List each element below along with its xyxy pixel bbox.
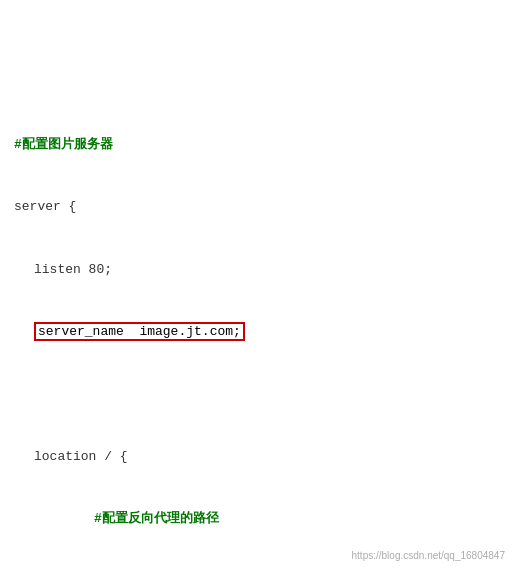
comment-reverse-proxy: #配置反向代理的路径 — [94, 509, 499, 530]
comment-image-server: #配置图片服务器 — [14, 135, 499, 156]
line-server-name-1: server_name image.jt.com; — [34, 322, 499, 343]
server-name-highlight-1: server_name image.jt.com; — [34, 322, 245, 341]
image-server-section: #配置图片服务器 server { listen 80; server_name… — [14, 93, 499, 569]
line-server-open-1: server { — [14, 197, 499, 218]
watermark: https://blog.csdn.net/qq_16804847 — [352, 550, 505, 561]
blank-1 — [14, 384, 499, 405]
code-display: #配置图片服务器 server { listen 80; server_name… — [14, 10, 499, 569]
line-listen-1: listen 80; — [34, 260, 499, 281]
line-location-1: location / { — [34, 447, 499, 468]
